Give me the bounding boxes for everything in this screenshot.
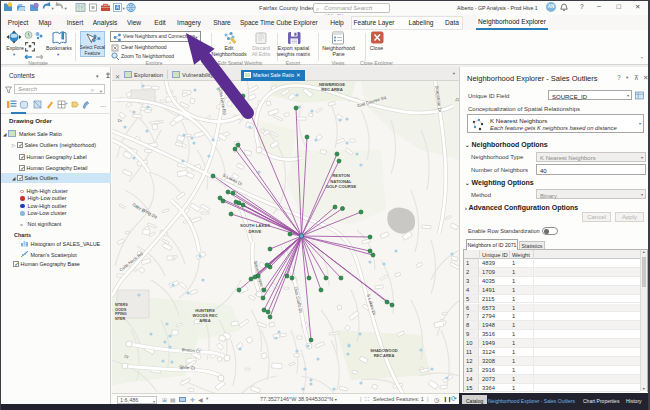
svg-text:OODS: OODS bbox=[115, 308, 127, 312]
svg-text:REC AREA: REC AREA bbox=[321, 87, 343, 92]
svg-text:SOUTH LAKES: SOUTH LAKES bbox=[240, 223, 270, 228]
svg-text:DRIVE: DRIVE bbox=[249, 229, 262, 234]
svg-text:…: … bbox=[100, 101, 107, 108]
svg-text:+: + bbox=[65, 101, 68, 106]
svg-text:RESTON: RESTON bbox=[332, 173, 349, 178]
svg-text:AREA: AREA bbox=[199, 318, 210, 323]
svg-text:NTERS: NTERS bbox=[115, 303, 128, 307]
svg-text:GOLF COURSE: GOLF COURSE bbox=[326, 184, 357, 189]
svg-text:▾: ▾ bbox=[52, 6, 55, 11]
svg-text:Dr: Dr bbox=[118, 118, 123, 123]
svg-text:PPING: PPING bbox=[115, 312, 127, 316]
svg-text:NATIONAL: NATIONAL bbox=[330, 179, 352, 184]
svg-text:NTER: NTER bbox=[115, 317, 126, 321]
svg-text:REC AREA: REC AREA bbox=[374, 353, 395, 358]
svg-text:▾: ▾ bbox=[65, 6, 68, 11]
svg-text:▾: ▾ bbox=[123, 6, 126, 11]
svg-text:A: A bbox=[116, 5, 119, 10]
